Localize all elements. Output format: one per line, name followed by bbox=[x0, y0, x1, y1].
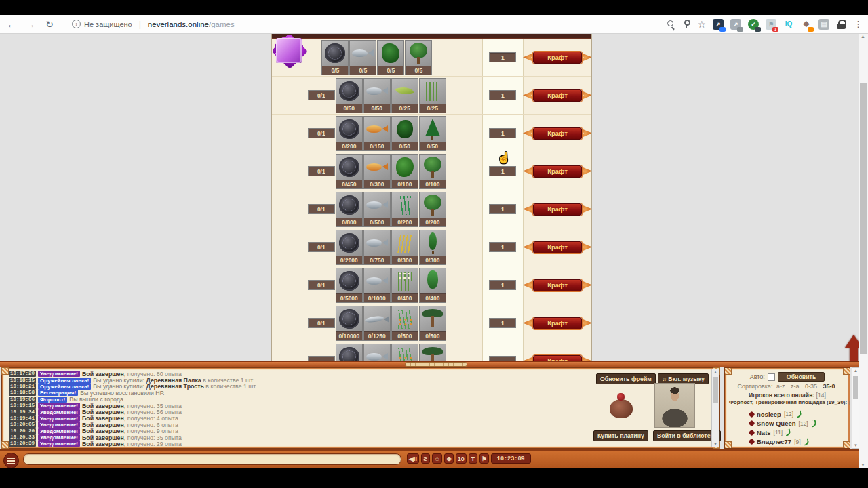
ingredient-tile[interactable]: 0/5000 bbox=[336, 268, 363, 303]
refresh-players-button[interactable]: Обновить bbox=[778, 372, 825, 382]
ingredient-tile[interactable]: 0/1 bbox=[308, 128, 335, 138]
ingredient-tile[interactable]: 0/200 bbox=[419, 192, 446, 227]
ingredient-tile[interactable]: 0/50 bbox=[419, 116, 446, 151]
player-name[interactable]: nosleep bbox=[757, 411, 781, 418]
scrollbar-thumb[interactable] bbox=[860, 83, 867, 354]
ingredient-tile[interactable]: 0/50 bbox=[391, 116, 418, 151]
result-tile[interactable]: 1 bbox=[489, 280, 516, 290]
ingredient-tile[interactable]: 0/5 bbox=[405, 40, 432, 75]
browser-scrollbar[interactable]: ▲ ▼ bbox=[859, 34, 868, 468]
site-security[interactable]: i Не защищено bbox=[72, 20, 132, 28]
ingredient-tile[interactable]: 0/50 bbox=[363, 78, 391, 113]
key-icon[interactable] bbox=[682, 20, 690, 28]
ingredient-tile[interactable]: 0/150 bbox=[363, 116, 391, 151]
extension-icon[interactable]: ✓ bbox=[748, 19, 759, 30]
player-name[interactable]: Nats bbox=[757, 429, 771, 436]
buy-platinum-button[interactable]: Купить платину bbox=[593, 430, 648, 441]
player-karma-icon[interactable] bbox=[802, 438, 809, 446]
ingredient-tile[interactable]: 0/1 bbox=[308, 242, 335, 252]
scroll-down-icon[interactable]: ▼ bbox=[861, 463, 865, 467]
refresh-frame-button[interactable]: Обновить фрейм bbox=[596, 373, 656, 384]
scroll-up-icon[interactable]: ▲ bbox=[854, 369, 858, 373]
craft-button[interactable]: Крафт bbox=[533, 127, 582, 140]
ingredient-tile[interactable]: 0/1 bbox=[308, 318, 335, 328]
back-icon[interactable]: ← bbox=[5, 19, 18, 30]
ingredient-tile[interactable]: 0/10000 bbox=[336, 306, 363, 341]
toolbar-chip-button[interactable]: S bbox=[421, 453, 430, 464]
auto-checkbox[interactable] bbox=[768, 373, 775, 381]
ingredient-tile[interactable]: 0/800 bbox=[336, 192, 363, 227]
sort-za[interactable]: z-a bbox=[791, 383, 800, 390]
craft-button[interactable]: Крафт bbox=[533, 241, 582, 253]
sort-level-asc[interactable]: 0-35 bbox=[805, 383, 817, 390]
toolbar-chip-button[interactable]: ◀II bbox=[407, 453, 419, 464]
ingredient-tile[interactable]: 0/25 bbox=[419, 78, 446, 113]
scroll-down-icon[interactable]: ▼ bbox=[713, 442, 717, 446]
ingredient-tile[interactable]: 0/5 bbox=[321, 40, 349, 75]
ingredient-tile[interactable]: 0/300 bbox=[419, 230, 446, 265]
ingredient-tile[interactable]: 0/450 bbox=[336, 154, 363, 189]
ingredient-tile[interactable]: 0/5 bbox=[377, 40, 404, 75]
ingredient-tile[interactable]: 0/1 bbox=[308, 280, 335, 290]
extension-icon[interactable]: ↗ bbox=[730, 19, 741, 30]
zoom-icon[interactable] bbox=[667, 20, 675, 28]
chrome-menu-icon[interactable]: ⋮ bbox=[854, 19, 863, 29]
extension-icon[interactable]: ↗ bbox=[713, 19, 724, 30]
craft-button[interactable]: Крафт bbox=[533, 203, 582, 216]
result-tile[interactable]: 1 bbox=[489, 90, 516, 100]
ingredient-tile[interactable]: 0/50 bbox=[336, 78, 363, 113]
ingredient-tile[interactable]: 0/1250 bbox=[363, 306, 391, 341]
sort-level-desc[interactable]: 35-0 bbox=[823, 383, 835, 390]
result-tile[interactable]: 1 bbox=[489, 204, 516, 214]
player-karma-icon[interactable] bbox=[795, 410, 802, 418]
sort-az[interactable]: a-z bbox=[776, 383, 785, 390]
ingredient-tile[interactable]: 0/750 bbox=[363, 230, 391, 265]
player-name[interactable]: Snow Queen bbox=[757, 420, 796, 427]
scroll-up-icon[interactable]: ▲ bbox=[713, 370, 717, 374]
craft-button[interactable]: Крафт bbox=[533, 355, 582, 362]
extension-icon[interactable]: ▤ bbox=[818, 19, 829, 30]
scrollbar-thumb[interactable] bbox=[713, 377, 718, 403]
extension-icon[interactable]: ⚑1 bbox=[766, 19, 776, 30]
ingredient-tile[interactable]: 0/400 bbox=[419, 268, 446, 303]
craft-button[interactable]: Крафт bbox=[533, 317, 582, 329]
extension-icon[interactable]: ❖ bbox=[801, 19, 812, 30]
chat-input[interactable] bbox=[23, 453, 401, 465]
ingredient-tile[interactable]: 0/1 bbox=[308, 90, 335, 100]
toolbar-chip-button[interactable]: ☺ bbox=[432, 453, 442, 464]
ingredient-tile[interactable]: 0/400 bbox=[391, 268, 418, 303]
extension-icon[interactable]: IQ bbox=[783, 19, 794, 30]
ingredient-tile[interactable]: 0/5 bbox=[349, 40, 376, 75]
scrollbar-thumb[interactable] bbox=[853, 376, 858, 399]
forward-icon[interactable]: → bbox=[24, 19, 37, 30]
result-tile[interactable]: 1 bbox=[489, 242, 516, 252]
ingredient-tile[interactable] bbox=[308, 356, 335, 361]
toolbar-chip-button[interactable]: ⚑ bbox=[479, 453, 489, 464]
divider-handle[interactable] bbox=[405, 362, 467, 367]
address-bar[interactable]: neverlands.online/games bbox=[148, 20, 235, 28]
craft-button[interactable]: Крафт bbox=[533, 279, 582, 291]
bookmark-star-icon[interactable]: ☆ bbox=[697, 20, 706, 29]
ingredient-tile[interactable]: 0/200 bbox=[336, 116, 363, 151]
ingredient-tile[interactable]: 0/2000 bbox=[336, 230, 363, 265]
ingredient-tile[interactable]: 0/500 bbox=[419, 306, 446, 341]
result-tile[interactable]: 1 bbox=[489, 128, 516, 138]
ingredient-tile[interactable]: 0/100 bbox=[391, 154, 418, 189]
craft-button[interactable]: Крафт bbox=[533, 165, 582, 178]
ingredient-tile[interactable] bbox=[419, 344, 446, 362]
craft-button[interactable]: Крафт bbox=[533, 52, 582, 64]
player-karma-icon[interactable] bbox=[785, 428, 791, 436]
player-karma-icon[interactable] bbox=[810, 420, 817, 428]
scroll-up-icon[interactable]: ▲ bbox=[861, 35, 865, 39]
refresh-icon[interactable]: ↻ bbox=[43, 19, 56, 30]
ingredient-tile[interactable]: 0/100 bbox=[419, 154, 446, 189]
craft-button[interactable]: Крафт bbox=[533, 89, 582, 102]
ingredient-tile[interactable]: 0/300 bbox=[391, 230, 418, 265]
ingredient-tile[interactable] bbox=[391, 344, 418, 362]
result-tile[interactable] bbox=[489, 356, 516, 361]
toolbar-chip-button[interactable]: T bbox=[469, 453, 477, 464]
menu-button[interactable] bbox=[3, 453, 19, 468]
ingredient-tile[interactable]: 0/25 bbox=[391, 78, 418, 113]
result-tile[interactable]: 1 bbox=[489, 166, 516, 176]
scroll-down-icon[interactable]: ▼ bbox=[854, 443, 858, 447]
